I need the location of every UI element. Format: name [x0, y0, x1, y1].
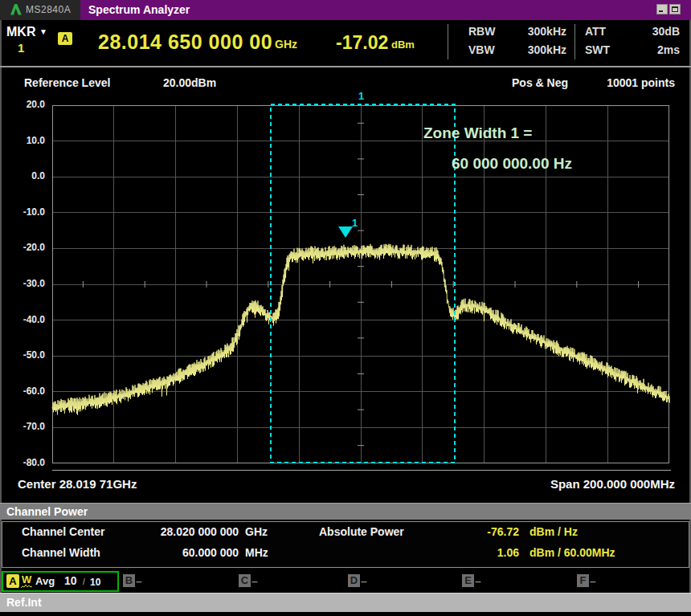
span-label: Span 200.000 000MHz — [482, 477, 675, 491]
power-density-value: 1.06 — [451, 546, 519, 559]
marker-1-number: 1 — [352, 217, 358, 229]
divider — [574, 24, 575, 59]
marker-label: MKR — [6, 25, 35, 39]
marker-level-value: -17.02 — [336, 32, 388, 54]
channel-power-header: Channel Power — [0, 503, 691, 520]
channel-width-value: 60.000 000 — [121, 546, 239, 559]
y-axis-label: 10.0 — [0, 135, 45, 146]
trace-selector-bar: A W Avg 10 / 10 B–C–D–E–F– — [0, 570, 691, 593]
y-axis-label: -40.0 — [0, 314, 45, 325]
trace-mode-label: Avg — [35, 575, 55, 587]
status-bar: Ref.Int — [0, 593, 691, 612]
reference-level-label: Reference Level — [24, 76, 110, 89]
y-axis-label: -50.0 — [0, 349, 45, 361]
spectrum-analyzer-screen: MS2840A Spectrum Analyzer MKR ▼ 1 A 28.0… — [0, 0, 691, 616]
channel-width-label: Channel Width — [22, 546, 100, 559]
maximize-button[interactable] — [669, 4, 681, 14]
zone-width-text-line2: 60 000 000.00 Hz — [452, 155, 572, 173]
rbw-label: RBW — [468, 25, 495, 38]
absolute-power-label: Absolute Power — [319, 525, 404, 538]
graph-area: Reference Level 20.00dBm Pos & Neg 10001… — [0, 67, 691, 503]
absolute-power-value: -76.72 — [451, 525, 519, 538]
zone-width-text-line1: Zone Width 1 = — [423, 124, 532, 142]
channel-power-row: Channel Width 60.000 000 MHz 1.06 dBm / … — [2, 546, 689, 564]
trace-slot-f[interactable]: F– — [577, 574, 596, 589]
channel-width-unit: MHz — [245, 546, 268, 559]
absolute-power-unit: dBm / Hz — [529, 525, 578, 538]
y-axis-label: -60.0 — [0, 386, 45, 397]
marker-menu-button[interactable]: MKR ▼ — [6, 25, 47, 39]
zone-marker-number: 1 — [358, 90, 364, 102]
att-label: ATT — [585, 25, 606, 38]
trace-slot-c[interactable]: C– — [239, 574, 258, 589]
app-title: Spectrum Analyzer — [88, 3, 190, 16]
divider — [448, 24, 448, 59]
trace-waveform-icon — [21, 584, 32, 589]
vbw-value: 300kHz — [498, 43, 566, 56]
channel-power-panel: Channel Center 28.020 000 000 GHz Absolu… — [2, 521, 689, 568]
vbw-label: VBW — [468, 43, 495, 56]
trace-plot[interactable]: 1 1 — [52, 105, 669, 463]
plot-bottom-separator — [52, 470, 671, 471]
anritsu-logo-icon — [10, 3, 22, 16]
rbw-value: 300kHz — [498, 25, 566, 38]
trace-letter-badge: F — [577, 574, 589, 587]
y-axis-label: 0.0 — [0, 170, 45, 182]
swt-value: 2ms — [611, 43, 680, 56]
detection-mode-label: Pos & Neg — [512, 76, 568, 89]
y-axis-label: -10.0 — [0, 206, 45, 218]
trace-letter-badge: C — [239, 574, 251, 587]
y-axis-label: -70.0 — [0, 421, 45, 432]
instrument-model: MS2840A — [26, 4, 71, 15]
average-count: 10 — [64, 574, 77, 587]
trace-points-label: 10001 points — [562, 76, 675, 89]
active-trace-badge: A — [58, 32, 72, 45]
trace-slot-b[interactable]: B– — [123, 574, 142, 589]
channel-center-label: Channel Center — [22, 525, 104, 538]
average-count-total: 10 — [90, 577, 100, 588]
trace-letter-badge: B — [123, 574, 135, 587]
trace-letter-badge: D — [348, 574, 360, 587]
power-density-unit: dBm / 60.00MHz — [529, 546, 615, 559]
trace-slot-e[interactable]: E– — [462, 574, 481, 589]
trace-empty-indicator: – — [475, 575, 481, 588]
trace-a-badge: A — [6, 574, 19, 588]
reference-source-label: Ref.Int — [6, 596, 42, 609]
center-frequency-label: Center 28.019 71GHz — [18, 477, 137, 491]
minimize-button[interactable] — [656, 4, 668, 14]
swt-label: SWT — [585, 43, 610, 56]
mkr-dropdown-icon: ▼ — [39, 27, 47, 36]
trace-empty-indicator: – — [251, 575, 258, 588]
marker-readout-bar: MKR ▼ 1 A 28.014 650 000 00 GHz -17.02 d… — [0, 20, 691, 67]
reference-level-value: 20.00dBm — [163, 76, 216, 89]
y-axis-label: -30.0 — [0, 278, 45, 289]
channel-power-row: Channel Center 28.020 000 000 GHz Absolu… — [2, 525, 689, 543]
y-axis-label: -20.0 — [0, 242, 45, 253]
trace-empty-indicator: – — [590, 575, 596, 588]
marker-frequency-unit: GHz — [275, 38, 297, 51]
channel-center-unit: GHz — [245, 525, 268, 538]
marker-number: 1 — [18, 41, 24, 55]
channel-power-title: Channel Power — [6, 505, 88, 518]
y-axis-label: -80.0 — [0, 457, 45, 468]
logo-area: MS2840A — [0, 0, 80, 20]
title-bar: MS2840A Spectrum Analyzer — [0, 0, 691, 20]
trace-svg — [52, 105, 669, 463]
marker-level-unit: dBm — [391, 39, 415, 51]
trace-empty-indicator: – — [136, 575, 142, 588]
trace-empty-indicator: – — [361, 575, 367, 588]
trace-slot-d[interactable]: D– — [348, 574, 367, 589]
average-count-separator: / — [83, 577, 85, 586]
trace-letter-badge: E — [462, 574, 474, 587]
marker-frequency-value: 28.014 650 000 00 — [98, 31, 272, 54]
y-axis-label: 20.0 — [0, 99, 45, 110]
att-value: 30dB — [611, 25, 680, 38]
channel-center-value: 28.020 000 000 — [121, 525, 239, 538]
trace-slot-a-active[interactable]: A W Avg 10 / 10 — [2, 571, 119, 592]
